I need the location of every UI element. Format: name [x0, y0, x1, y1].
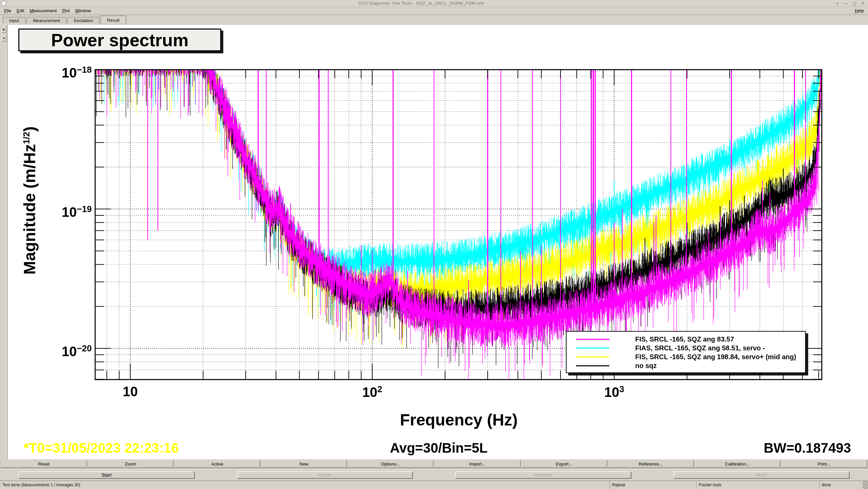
legend-row: no sqz: [567, 361, 805, 370]
toolbar-export-button[interactable]: Export...: [521, 460, 607, 468]
tab-input[interactable]: Input: [3, 17, 25, 24]
status-done: done: [819, 481, 863, 489]
toolbar-zoom-button[interactable]: Zoom: [88, 460, 173, 468]
avg-annotation: Avg=30/Bin=5L: [390, 440, 488, 456]
y-tick-label: 10−20: [41, 339, 92, 360]
result-pane: ▶▲ Power spectrum Magnitude (m/Hz1/2) Fr…: [0, 24, 868, 459]
tab-result[interactable]: Result: [101, 16, 126, 24]
y-tick-label: 10−19: [41, 200, 92, 221]
toolbar-reference-button[interactable]: Reference...: [608, 460, 694, 468]
app-icon: [1, 1, 6, 6]
menu-file[interactable]: File: [1, 7, 14, 14]
legend-line-sample: [576, 356, 609, 357]
statusbar: Test done (Measurements 1 / Averages 30)…: [0, 481, 868, 489]
toolbar-new-button[interactable]: New: [261, 460, 347, 468]
legend-line-sample: [576, 348, 609, 349]
minimize-button-icon[interactable]: —: [844, 1, 848, 6]
x-tick-label: 102: [362, 384, 382, 400]
legend-line-sample: [576, 365, 609, 366]
status-message: Test done (Measurements 1 / Averages 30): [0, 481, 609, 489]
legend-label: no sqz: [635, 362, 657, 370]
legend-label: FIS, SRCL -165, SQZ ang 83.57: [635, 335, 734, 343]
plot-area: Power spectrum Magnitude (m/Hz1/2) Frequ…: [7, 24, 868, 459]
legend-line-sample: [576, 339, 609, 340]
menubar: FileEditMeasurementPlotWindowHelp: [0, 7, 868, 15]
toolbar-reset-button[interactable]: Reset: [1, 460, 87, 468]
status-fourier-tools: Fourier tools: [696, 481, 819, 489]
titlebar: CDS Diagnostic Test Tools - SQZ_vs_SRCL_…: [0, 0, 868, 7]
menu-edit[interactable]: Edit: [14, 7, 27, 14]
legend-label: FIS, SRCL -165, SQZ ang 198.84, servo+ (…: [635, 353, 796, 361]
pause-button: Pause: [237, 471, 413, 479]
tabbar: InputMeasurementExcitationResult: [0, 15, 868, 24]
x-axis-title: Frequency (Hz): [400, 411, 518, 429]
toolbar-import-button[interactable]: Import...: [434, 460, 520, 468]
y-tick-label: 10−18: [41, 61, 92, 82]
toolbar-options-button[interactable]: Options...: [348, 460, 433, 468]
t0-annotation: *T0=31/05/2023 22:23:16: [23, 440, 179, 456]
tab-excitation[interactable]: Excitation: [67, 17, 99, 24]
legend-row: FIAS, SRCL -165, SQZ ang 58.51, servo -: [567, 344, 805, 352]
menu-measurement[interactable]: Measurement: [27, 7, 59, 14]
legend-label: FIAS, SRCL -165, SQZ ang 58.51, servo -: [635, 344, 765, 352]
run-controls: StartPauseResumeAbort: [0, 469, 868, 481]
abort-button: Abort: [674, 471, 850, 479]
shade-button-icon[interactable]: ∧: [836, 1, 839, 6]
resize-grip[interactable]: [863, 481, 868, 489]
resume-button: Resume: [455, 471, 631, 479]
menu-plot[interactable]: Plot: [59, 7, 72, 14]
toolbar-calibration-button[interactable]: Calibration...: [695, 460, 780, 468]
bw-annotation: BW=0.187493: [764, 440, 851, 456]
close-button-icon[interactable]: ✕: [861, 1, 865, 6]
y-axis-title: Magnitude (m/Hz1/2): [20, 126, 39, 275]
start-button[interactable]: Start: [18, 471, 195, 479]
window-controls: ∧—▢✕: [836, 1, 865, 6]
plot-title: Power spectrum: [18, 29, 221, 51]
legend-row: FIS, SRCL -165, SQZ ang 83.57: [567, 335, 805, 344]
toolbar-active-button[interactable]: Active: [174, 460, 260, 468]
x-tick-label: 10: [123, 384, 138, 399]
plot-toolbar: ResetZoomActiveNewOptions...Import...Exp…: [0, 459, 868, 468]
legend-row: FIS, SRCL -165, SQZ ang 198.84, servo+ (…: [567, 352, 805, 361]
expand-toolbar-button[interactable]: ▶: [1, 26, 6, 33]
legend: FIS, SRCL -165, SQZ ang 83.57FIAS, SRCL …: [566, 331, 806, 373]
toolbar-print-button[interactable]: Print...: [781, 460, 867, 468]
status-repeat: Repeat: [609, 481, 696, 489]
tab-measurement[interactable]: Measurement: [27, 17, 66, 24]
x-tick-label: 103: [604, 384, 624, 400]
menu-help[interactable]: Help: [852, 7, 867, 14]
menu-window[interactable]: Window: [72, 7, 93, 14]
maximize-button-icon[interactable]: ▢: [853, 1, 856, 6]
window-title: CDS Diagnostic Test Tools - SQZ_vs_SRCL_…: [6, 1, 836, 6]
side-toolbar: ▶▲: [0, 24, 7, 459]
collapse-toolbar-button[interactable]: ▲: [1, 35, 6, 41]
